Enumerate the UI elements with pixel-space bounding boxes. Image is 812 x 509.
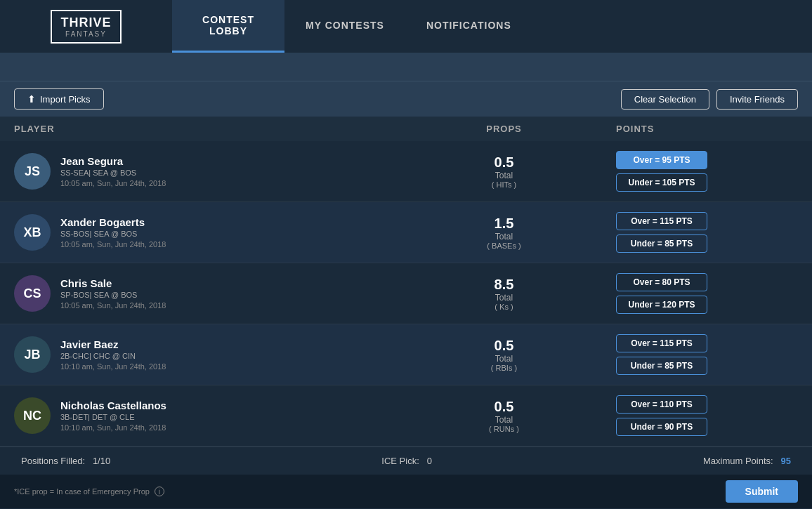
player-position: SS-BOS| SEA @ BOS bbox=[60, 230, 166, 238]
nav-tab-my-contests[interactable]: MY CONTESTS bbox=[284, 0, 405, 53]
props-label: Total bbox=[406, 232, 602, 242]
table-row: XB Xander Bogaerts SS-BOS| SEA @ BOS 10:… bbox=[0, 202, 812, 263]
props-value: 0.5 bbox=[406, 154, 602, 171]
positions-filled-value: 1/10 bbox=[93, 456, 110, 466]
under-button[interactable]: Under = 85 PTS bbox=[616, 234, 707, 253]
props-type: ( HITs ) bbox=[406, 180, 602, 189]
table-row: JS Jean Segura SS-SEA| SEA @ BOS 10:05 a… bbox=[0, 141, 812, 202]
under-button[interactable]: Under = 105 PTS bbox=[616, 173, 707, 192]
points-cell: Over = 115 PTS Under = 85 PTS bbox=[602, 212, 798, 253]
ice-note-label: *ICE prop = In case of Emergency Prop bbox=[14, 487, 150, 496]
submit-button[interactable]: Submit bbox=[726, 480, 798, 503]
under-button[interactable]: Under = 90 PTS bbox=[616, 418, 707, 436]
col-player: Player bbox=[14, 124, 406, 134]
player-details: Xander Bogaerts SS-BOS| SEA @ BOS 10:05 … bbox=[60, 216, 166, 249]
props-type: ( Ks ) bbox=[406, 303, 602, 311]
points-cell: Over = 115 PTS Under = 85 PTS bbox=[602, 334, 798, 375]
props-cell: 0.5 Total ( RBIs ) bbox=[406, 338, 602, 372]
nav-tab-contest-lobby-label: CONTEST LOBBY bbox=[202, 14, 254, 37]
player-info: CS Chris Sale SP-BOS| SEA @ BOS 10:05 am… bbox=[14, 275, 406, 312]
ice-pick: ICE Pick: 0 bbox=[381, 456, 432, 466]
over-button[interactable]: Over = 80 PTS bbox=[616, 273, 707, 291]
top-nav: THRIVE FANTASY CONTEST LOBBY MY CONTESTS… bbox=[0, 0, 812, 53]
footer-bar: Positions Filled: 1/10 ICE Pick: 0 Maxim… bbox=[0, 447, 812, 475]
props-cell: 8.5 Total ( Ks ) bbox=[406, 277, 602, 311]
props-value: 8.5 bbox=[406, 277, 602, 293]
max-points-label: Maximum Points: bbox=[703, 456, 773, 466]
nav-tab-contest-lobby[interactable]: CONTEST LOBBY bbox=[172, 0, 284, 53]
logo-sub: FANTASY bbox=[65, 30, 107, 38]
nav-tab-notifications[interactable]: NOTIFICATIONS bbox=[405, 0, 532, 53]
props-label: Total bbox=[406, 171, 602, 180]
player-time: 10:10 am, Sun, Jun 24th, 2018 bbox=[60, 362, 166, 371]
avatar: NC bbox=[14, 397, 51, 434]
under-button[interactable]: Under = 120 PTS bbox=[616, 296, 707, 314]
logo-box: THRIVE FANTASY bbox=[51, 10, 121, 44]
player-position: SS-SEA| SEA @ BOS bbox=[60, 168, 166, 177]
table-row: CS Chris Sale SP-BOS| SEA @ BOS 10:05 am… bbox=[0, 263, 812, 324]
toolbar: ⬆ Import Picks Clear Selection Invite Fr… bbox=[0, 81, 812, 117]
player-name: Jean Segura bbox=[60, 155, 166, 167]
import-picks-icon: ⬆ bbox=[27, 93, 36, 105]
max-points-value: 95 bbox=[781, 456, 791, 466]
player-time: 10:05 am, Sun, Jun 24th, 2018 bbox=[60, 240, 166, 249]
toolbar-right: Clear Selection Invite Friends bbox=[621, 89, 798, 110]
points-cell: Over = 95 PTS Under = 105 PTS bbox=[602, 151, 798, 192]
col-points: Points bbox=[602, 124, 798, 134]
player-time: 10:05 am, Sun, Jun 24th, 2018 bbox=[60, 179, 166, 187]
props-value: 0.5 bbox=[406, 399, 602, 415]
logo-title: THRIVE bbox=[60, 15, 111, 30]
player-details: Chris Sale SP-BOS| SEA @ BOS 10:05 am, S… bbox=[60, 277, 166, 310]
avatar: CS bbox=[14, 275, 51, 312]
over-button[interactable]: Over = 115 PTS bbox=[616, 212, 707, 230]
ice-pick-value: 0 bbox=[427, 456, 432, 466]
over-button[interactable]: Over = 115 PTS bbox=[616, 334, 707, 352]
under-button[interactable]: Under = 85 PTS bbox=[616, 357, 707, 375]
table-row: NC Nicholas Castellanos 3B-DET| DET @ CL… bbox=[0, 385, 812, 447]
import-picks-button[interactable]: ⬆ Import Picks bbox=[14, 88, 104, 110]
player-position: SP-BOS| SEA @ BOS bbox=[60, 291, 166, 299]
player-details: Javier Baez 2B-CHC| CHC @ CIN 10:10 am, … bbox=[60, 338, 166, 371]
player-info: JB Javier Baez 2B-CHC| CHC @ CIN 10:10 a… bbox=[14, 336, 406, 373]
player-info: JS Jean Segura SS-SEA| SEA @ BOS 10:05 a… bbox=[14, 153, 406, 190]
player-name: Nicholas Castellanos bbox=[60, 399, 166, 411]
max-points: Maximum Points: 95 bbox=[703, 456, 791, 466]
props-label: Total bbox=[406, 415, 602, 425]
positions-filled-label: Positions Filled: bbox=[21, 456, 85, 466]
props-cell: 0.5 Total ( RUNs ) bbox=[406, 399, 602, 433]
clear-selection-button[interactable]: Clear Selection bbox=[621, 89, 709, 110]
nav-spacer bbox=[532, 0, 812, 53]
toolbar-left: ⬆ Import Picks bbox=[14, 88, 104, 110]
player-name: Chris Sale bbox=[60, 277, 166, 289]
table-header: Player Props Points bbox=[0, 117, 812, 141]
ice-note-bar: *ICE prop = In case of Emergency Prop i … bbox=[0, 475, 812, 508]
props-cell: 1.5 Total ( BASEs ) bbox=[406, 216, 602, 250]
nav-tab-my-contests-label: MY CONTESTS bbox=[306, 20, 384, 31]
player-info: XB Xander Bogaerts SS-BOS| SEA @ BOS 10:… bbox=[14, 214, 406, 251]
sub-nav bbox=[0, 53, 812, 81]
player-name: Xander Bogaerts bbox=[60, 216, 166, 228]
player-details: Nicholas Castellanos 3B-DET| DET @ CLE 1… bbox=[60, 399, 166, 432]
over-button[interactable]: Over = 110 PTS bbox=[616, 395, 707, 414]
col-props: Props bbox=[406, 124, 602, 134]
import-picks-label: Import Picks bbox=[40, 94, 91, 105]
nav-tab-notifications-label: NOTIFICATIONS bbox=[426, 20, 511, 31]
props-type: ( BASEs ) bbox=[406, 242, 602, 250]
props-cell: 0.5 Total ( HITs ) bbox=[406, 154, 602, 189]
props-type: ( RUNs ) bbox=[406, 425, 602, 433]
table-row: JB Javier Baez 2B-CHC| CHC @ CIN 10:10 a… bbox=[0, 324, 812, 385]
ice-note-text: *ICE prop = In case of Emergency Prop i bbox=[14, 487, 164, 496]
player-position: 3B-DET| DET @ CLE bbox=[60, 413, 166, 421]
points-cell: Over = 80 PTS Under = 120 PTS bbox=[602, 273, 798, 314]
player-time: 10:10 am, Sun, Jun 24th, 2018 bbox=[60, 423, 166, 432]
ice-pick-label: ICE Pick: bbox=[381, 456, 419, 466]
player-position: 2B-CHC| CHC @ CIN bbox=[60, 352, 166, 360]
logo-area: THRIVE FANTASY bbox=[0, 0, 172, 53]
player-time: 10:05 am, Sun, Jun 24th, 2018 bbox=[60, 301, 166, 310]
player-name: Javier Baez bbox=[60, 338, 166, 350]
invite-friends-button[interactable]: Invite Friends bbox=[716, 89, 798, 110]
points-cell: Over = 110 PTS Under = 90 PTS bbox=[602, 395, 798, 436]
over-button[interactable]: Over = 95 PTS bbox=[616, 151, 707, 169]
info-icon[interactable]: i bbox=[155, 487, 164, 496]
props-label: Total bbox=[406, 293, 602, 303]
